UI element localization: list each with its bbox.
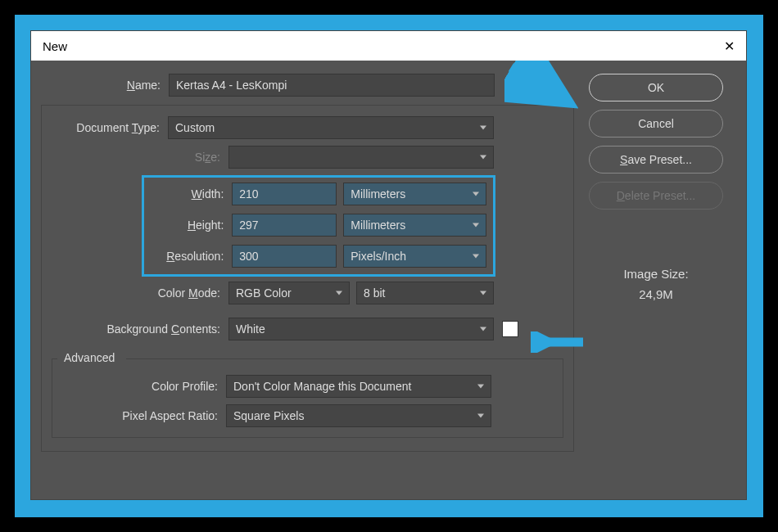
colormode-select[interactable]: RGB Color <box>228 282 350 304</box>
pixelaspect-label: Pixel Aspect Ratio: <box>62 409 226 422</box>
doctype-row: Document Type: Custom <box>52 116 563 139</box>
colorprofile-select[interactable]: Don't Color Manage this Document <box>226 375 491 398</box>
advanced-group: Advanced Color Profile: Don't Color Mana… <box>52 358 563 438</box>
advanced-legend: Advanced <box>61 351 118 364</box>
bgcolor-swatch[interactable] <box>502 321 518 337</box>
doctype-select[interactable]: Custom <box>168 116 494 139</box>
doctype-label: Document Type: <box>52 121 168 134</box>
size-row: Size: <box>52 146 563 169</box>
bgcontents-label: Background Contents: <box>52 322 228 336</box>
resolution-label: Resolution: <box>151 250 232 263</box>
dialog-body: Name: Document Type: Custom Size: <box>31 61 746 499</box>
titlebar: New ✕ <box>31 31 746 61</box>
form-area: Name: Document Type: Custom Size: <box>41 74 582 486</box>
name-row: Name: <box>41 74 574 97</box>
image-size-label: Image Size: <box>623 267 688 281</box>
resolution-input[interactable] <box>232 245 337 268</box>
bgcontents-select[interactable]: White <box>228 318 494 340</box>
cancel-button[interactable]: Cancel <box>589 110 723 138</box>
size-label: Size: <box>52 151 228 164</box>
annotation-frame: New ✕ Name: Document Type: Custom Siz <box>15 15 763 517</box>
height-label: Height: <box>151 219 232 232</box>
width-unit-select[interactable]: Millimeters <box>343 183 486 205</box>
close-icon[interactable]: ✕ <box>724 38 735 54</box>
ok-button[interactable]: OK <box>589 74 723 101</box>
resolution-unit-select[interactable]: Pixels/Inch <box>343 245 486 268</box>
name-input[interactable] <box>169 74 495 97</box>
colorprofile-label: Color Profile: <box>62 380 226 393</box>
size-select[interactable] <box>228 146 494 169</box>
resolution-row: Resolution: Pixels/Inch <box>151 245 486 268</box>
colormode-row: Color Mode: RGB Color 8 bit <box>52 282 563 304</box>
dialog-title: New <box>43 39 67 53</box>
document-settings-group: Document Type: Custom Size: Width: Milli… <box>41 105 574 452</box>
image-size-value: 24,9M <box>623 287 688 301</box>
width-row: Width: Millimeters <box>151 183 486 205</box>
save-preset-button[interactable]: Save Preset... <box>589 146 723 174</box>
colordepth-select[interactable]: 8 bit <box>356 282 494 304</box>
dimensions-highlight: Width: Millimeters Height: Millimeters R… <box>142 175 495 277</box>
bgcontents-row: Background Contents: White <box>52 318 563 340</box>
button-column: OK Cancel Save Preset... Delete Preset..… <box>582 74 730 486</box>
height-input[interactable] <box>232 214 337 237</box>
width-input[interactable] <box>232 183 337 205</box>
colormode-label: Color Mode: <box>52 286 228 300</box>
width-label: Width: <box>151 187 232 201</box>
new-document-dialog: New ✕ Name: Document Type: Custom Siz <box>31 31 746 499</box>
pixelaspect-select[interactable]: Square Pixels <box>226 404 491 427</box>
delete-preset-button: Delete Preset... <box>589 182 723 210</box>
height-unit-select[interactable]: Millimeters <box>343 214 486 237</box>
image-size-block: Image Size: 24,9M <box>623 267 688 301</box>
height-row: Height: Millimeters <box>151 214 486 237</box>
colorprofile-row: Color Profile: Don't Color Manage this D… <box>62 375 553 398</box>
name-label: Name: <box>41 79 169 92</box>
pixelaspect-row: Pixel Aspect Ratio: Square Pixels <box>62 404 553 427</box>
